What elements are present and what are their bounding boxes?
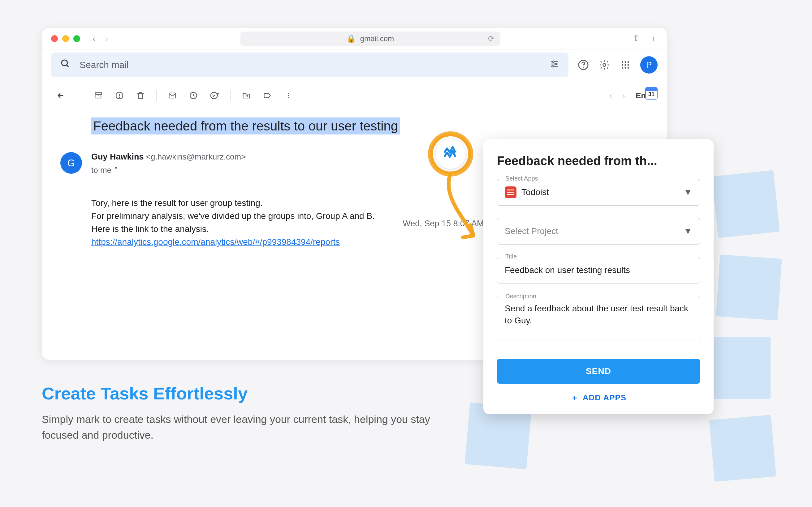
markurz-trigger[interactable] [436,139,470,173]
field-label: Select Apps [503,175,541,182]
svg-point-19 [627,67,629,69]
svg-point-27 [288,95,289,96]
plus-icon: ＋ [571,392,579,403]
svg-point-5 [555,63,556,65]
maximize-dot-icon[interactable] [73,35,80,42]
deco-square [709,337,770,399]
share-icon[interactable]: ⇧ [632,33,640,45]
mark-unread-icon[interactable] [167,90,177,101]
nav-forward-icon[interactable]: › [105,34,108,44]
markurz-logo-icon [436,139,465,169]
close-dot-icon[interactable] [51,35,58,42]
nav-back-icon[interactable]: ‹ [93,34,96,44]
send-button[interactable]: SEND [497,359,700,384]
marketing-copy: Create Tasks Effortlessly Simply mark to… [42,383,456,443]
title-field[interactable]: Title Feedback on user testing results [497,257,700,283]
description-value: Send a feedback about the user test resu… [505,302,692,327]
new-tab-icon[interactable]: ＋ [649,33,658,45]
archive-icon[interactable] [93,90,104,101]
minimize-dot-icon[interactable] [62,35,69,42]
search-input[interactable]: Search mail [51,53,568,77]
svg-rect-20 [95,93,102,95]
to-label: to me [91,165,111,175]
svg-point-16 [627,64,629,65]
nav-arrows: ‹ › [93,34,108,44]
chevron-down-icon: ▼ [683,226,692,236]
svg-point-28 [288,97,289,98]
url-bar[interactable]: 🔒 gmail.com ⟳ [241,32,500,46]
url-text: gmail.com [360,34,394,43]
refresh-icon[interactable]: ⟳ [488,34,494,43]
prev-email-icon[interactable]: ‹ [609,91,612,101]
chevron-down-icon: ▼ [114,165,118,175]
apps-grid-icon[interactable] [619,59,631,71]
svg-point-10 [603,64,606,66]
svg-point-14 [622,64,623,65]
svg-point-17 [622,67,623,69]
lock-icon: 🔒 [347,34,356,43]
calendar-sidebar-icon[interactable]: 31 [645,87,658,100]
sender-meta: Guy Hawkins <g.hawkins@markurz.com> to m… [91,152,246,175]
todoist-icon [505,186,516,198]
project-placeholder: Select Project [505,226,558,236]
delete-icon[interactable] [135,90,146,101]
sender-initial: G [67,157,75,169]
settings-icon[interactable] [598,59,611,71]
email-subject[interactable]: Feedback needed from the results to our … [91,117,400,134]
email-toolbar: ‹ › En ▼ [48,85,661,106]
deco-square [716,255,782,320]
popup-title: Feedback needed from th... [497,154,700,168]
select-apps-field[interactable]: Select Apps Todoist ▼ [497,179,700,206]
chevron-down-icon: ▼ [683,187,692,197]
task-popup: Feedback needed from th... Select Apps T… [484,139,714,414]
svg-point-13 [627,61,629,63]
svg-point-9 [583,67,583,68]
browser-chrome: ‹ › 🔒 gmail.com ⟳ ⇧ ＋ [42,28,667,50]
label-icon[interactable] [262,90,273,101]
separator [156,90,157,101]
add-task-icon[interactable] [209,90,220,101]
svg-point-22 [119,97,120,97]
apps-value: Todoist [521,187,549,197]
language-label: En [636,91,646,101]
svg-point-18 [624,67,626,69]
gmail-header-actions: P [577,56,658,73]
user-avatar[interactable]: P [640,56,658,73]
snooze-icon[interactable] [188,90,199,101]
more-icon[interactable] [283,90,294,101]
search-placeholder: Search mail [80,60,129,70]
field-label: Title [503,253,519,260]
filter-icon[interactable] [550,59,559,71]
deco-square [709,415,776,482]
sender-name: Guy Hawkins [91,152,144,161]
email-link[interactable]: https://analytics.google.com/analytics/w… [91,237,340,247]
svg-point-12 [624,61,626,63]
browser-actions: ⇧ ＋ [632,33,658,45]
add-apps-label: ADD APPS [583,393,626,402]
svg-point-0 [62,60,67,66]
add-apps-button[interactable]: ＋ ADD APPS [497,392,700,403]
move-to-icon[interactable] [241,90,252,101]
help-icon[interactable] [577,59,590,71]
calendar-day: 31 [648,91,655,98]
svg-point-15 [624,64,626,65]
svg-point-11 [622,61,623,63]
back-icon[interactable] [55,90,66,101]
description-field[interactable]: Description Send a feedback about the us… [497,296,700,340]
avatar-initial: P [646,60,652,70]
send-label: SEND [586,367,611,376]
svg-line-1 [66,65,69,67]
next-email-icon[interactable]: › [622,91,625,101]
field-label: Description [503,292,539,300]
spam-icon[interactable] [114,90,125,101]
sender-avatar[interactable]: G [60,152,82,174]
title-value: Feedback on user testing results [505,265,630,275]
to-line[interactable]: to me ▼ [91,165,118,175]
marketing-body: Simply mark to create tasks without ever… [42,411,456,443]
separator [230,90,231,101]
svg-point-7 [552,65,553,67]
select-project-field[interactable]: Select Project ▼ [497,218,700,244]
marketing-heading: Create Tasks Effortlessly [42,383,456,403]
sender-email: <g.hawkins@markurz.com> [146,152,246,161]
deco-square [712,170,780,238]
